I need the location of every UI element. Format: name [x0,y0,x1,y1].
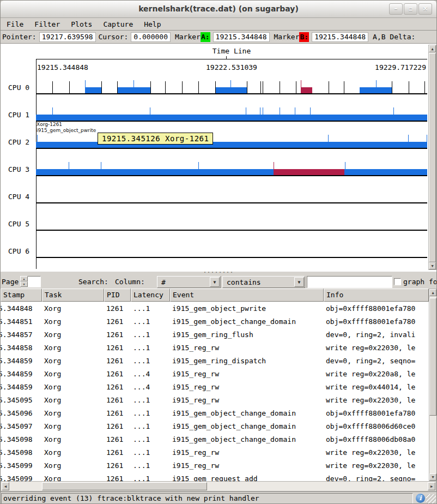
info-icon[interactable]: i [416,494,425,503]
scroll-down-button[interactable]: ▼ [429,473,436,481]
scroll-down-button[interactable]: ▼ [429,262,436,269]
cell-stamp: 5.344858 [1,344,42,352]
table-row[interactable]: 5.345099Xorg1261...1i915_gem_request_add… [1,472,429,481]
cpu-label-2: CPU 2 [8,138,35,146]
cpu-task-bar[interactable] [301,87,312,93]
marker-b-badge[interactable]: B: [299,32,309,42]
column-header-info[interactable]: Info [324,289,429,302]
scroll-up-icon: ▲ [432,291,434,295]
table-row[interactable]: 5.345095Xorg1261...1i915_reg_rwwrite reg… [1,393,429,406]
maximize-button[interactable]: ▫ [404,3,417,15]
table-vscrollbar[interactable]: ▲ ▼ [429,289,437,481]
minimize-icon: – [394,5,398,13]
operator-select[interactable]: contains ▼ [222,276,305,288]
cell-info: write reg=0x22030, le [324,448,429,457]
page-spin-up-button[interactable]: ▲ [20,276,28,281]
event-tick [280,81,280,93]
cpu-task-bar[interactable] [85,87,101,93]
column-header-event[interactable]: Event [170,289,324,302]
close-button[interactable]: ✕ [418,3,432,15]
cpu-task-bar[interactable] [215,87,247,93]
table-vscroll-thumb[interactable] [429,298,436,416]
table-row[interactable]: 5.345098Xorg1261...1i915_gem_object_chan… [1,433,429,446]
cell-stamp: 5.345098 [1,435,42,443]
table-row[interactable]: 5.345096Xorg1261...1i915_gem_object_chan… [1,406,429,419]
menu-item-file[interactable]: File [7,20,23,28]
column-header-pid[interactable]: PID [104,289,131,302]
cell-stamp: 5.345098 [1,448,42,457]
cell-info: obj=0xffff88001efa780 [324,317,429,326]
cell-pid: 1261 [104,317,131,326]
table-row[interactable]: 5.345098Xorg1261...1i915_reg_rwwrite reg… [1,446,429,459]
cell-event: i915_reg_rw [170,396,324,404]
task-annotation: Xorg-1261 [37,122,62,127]
cell-stamp: 5.345099 [1,475,42,482]
event-tick [274,162,274,169]
event-tick [247,81,247,93]
event-tick [424,81,425,93]
cell-event: i915_gem_ring_flush [170,331,324,339]
chevron-down-icon: ▼ [294,277,304,287]
cell-event: i915_reg_rw [170,344,324,352]
cpu-task-bar[interactable] [360,87,392,93]
table-row[interactable]: 5.345099Xorg1261...1i915_reg_rwwrite reg… [1,459,429,472]
timeline-graph[interactable]: Time Line 19215.344848 19222.531039 1922… [1,44,436,272]
cell-task: Xorg [42,409,104,417]
table-hscrollbar[interactable]: ◀ ▶ [1,481,436,491]
column-header-latency[interactable]: Latency [131,289,170,302]
event-tick [101,162,101,169]
cpu-task-bar[interactable] [36,115,427,121]
scroll-up-button[interactable]: ▲ [429,45,436,52]
table-row[interactable]: 5.344859Xorg1261...1i915_gem_ring_dispat… [1,354,429,367]
resize-grip[interactable] [426,494,436,504]
table-row[interactable]: 5.345097Xorg1261...1i915_gem_object_chan… [1,419,429,433]
event-tick [215,81,216,93]
cpu-task-bar[interactable] [274,169,345,175]
marker-a-badge[interactable]: A: [201,32,210,42]
search-input[interactable] [307,276,392,288]
cell-latency: ...1 [131,344,170,352]
scroll-right-button[interactable]: ▶ [428,482,435,490]
cell-stamp: 5.344859 [1,357,42,365]
cpu-baseline [36,148,427,149]
table-row[interactable]: 5.344857Xorg1261...1i915_gem_ring_flushd… [1,328,429,341]
cell-event: i915_gem_object_change_domain [170,317,324,326]
scroll-up-button[interactable]: ▲ [429,289,436,296]
cpu-task-bar[interactable] [117,87,150,93]
cell-task: Xorg [42,344,104,352]
minimize-button[interactable]: – [389,3,403,15]
table-row[interactable]: 5.344851Xorg1261...1i915_gem_object_chan… [1,315,429,328]
graph-follows-checkbox[interactable] [394,278,401,285]
column-header-stamp[interactable]: Stamp [1,289,42,302]
graph-vscrollbar[interactable]: ▲ ▼ [428,45,436,270]
column-select[interactable]: # ▼ [157,276,221,288]
cell-task: Xorg [42,435,104,443]
table-row[interactable]: 5.344859Xorg1261...4i915_reg_rwwrite reg… [1,380,429,393]
scroll-left-button[interactable]: ◀ [2,482,9,490]
page-spin-down-button[interactable]: ▼ [20,281,28,287]
axis-label-end: 19229.717229 [375,63,426,71]
page-spinbox[interactable]: ▲ ▼ [20,276,48,287]
title-bar[interactable]: kernelshark(trace.dat) (on sugarbay) – ▫… [1,1,436,18]
event-tick [150,107,150,115]
table-row[interactable]: 5.344858Xorg1261...1i915_reg_rwwrite reg… [1,341,429,354]
cell-info: obj=0xffff88006d60ce0 [324,422,429,430]
menu-item-filter[interactable]: Filter [34,20,60,28]
table-hscroll-thumb[interactable] [42,482,207,490]
table-row[interactable]: 5.344848Xorg1261...1i915_gem_object_pwri… [1,302,429,315]
cell-event: i915_reg_rw [170,370,324,378]
graph-vscroll-thumb[interactable] [429,53,436,262]
cell-pid: 1261 [104,409,131,417]
menu-item-plots[interactable]: Plots [71,20,92,28]
cpu-task-bar[interactable] [36,142,427,148]
menu-item-help[interactable]: Help [144,20,161,28]
cell-latency: ...1 [131,422,170,430]
menu-item-capture[interactable]: Capture [103,20,133,28]
cell-pid: 1261 [104,461,131,470]
event-tick [345,162,345,169]
event-tick [427,135,427,142]
table-row[interactable]: 5.344859Xorg1261...4i915_reg_rwwrite reg… [1,367,429,380]
column-header-task[interactable]: Task [42,289,104,302]
cpu-task-bar[interactable] [36,169,427,175]
cell-event: i915_gem_object_change_domain [170,422,324,430]
